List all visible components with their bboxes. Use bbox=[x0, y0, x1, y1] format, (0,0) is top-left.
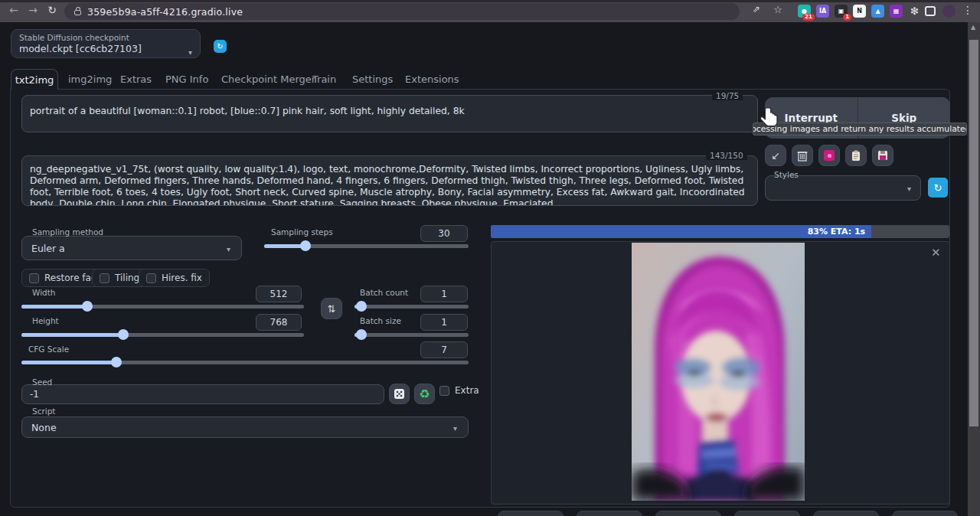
batch-size-label: Batch size bbox=[360, 316, 401, 325]
tab-checkpoint-merger[interactable]: Checkpoint Merger bbox=[221, 69, 315, 90]
back-icon[interactable]: ← bbox=[6, 4, 21, 16]
output-action-button[interactable] bbox=[813, 511, 879, 516]
extensions-puzzle-icon[interactable]: ❇ bbox=[908, 5, 921, 18]
share-icon[interactable]: ⇗ bbox=[749, 4, 764, 15]
browser-menu-icon[interactable]: ⋮ bbox=[960, 4, 975, 16]
height-label: Height bbox=[32, 316, 59, 325]
ext-image-icon[interactable]: ▲ bbox=[871, 5, 884, 18]
ext-onenote-icon[interactable]: ▦ bbox=[890, 5, 903, 18]
ext-pin-icon[interactable]: ● 21 bbox=[798, 5, 811, 18]
seed-extra-checkbox[interactable] bbox=[439, 386, 449, 396]
swap-width-height-button[interactable]: ⇅ bbox=[321, 298, 342, 319]
progress-bar: 83% ETA: 1s bbox=[491, 225, 949, 238]
tab-img2img[interactable]: img2img bbox=[68, 69, 112, 90]
output-action-button[interactable] bbox=[734, 511, 800, 516]
extra-networks-card-icon bbox=[824, 150, 835, 161]
chevron-down-icon: ▾ bbox=[907, 185, 911, 193]
script-value: None bbox=[22, 417, 468, 433]
trash-icon[interactable] bbox=[792, 145, 813, 166]
ext-pin-badge: 21 bbox=[802, 14, 815, 21]
sampling-steps-slider[interactable] bbox=[264, 244, 469, 248]
url-bar[interactable]: 359e5b9a-a5ff-4216.gradio.live bbox=[64, 3, 740, 20]
random-seed-dice-button[interactable] bbox=[389, 384, 410, 404]
hires-fix-checkbox[interactable] bbox=[146, 273, 156, 283]
chevron-down-icon: ▾ bbox=[227, 245, 230, 253]
batch-count-slider[interactable] bbox=[354, 305, 469, 309]
bookmark-star-icon[interactable]: ☆ bbox=[770, 4, 786, 15]
output-actions-row bbox=[498, 511, 958, 516]
seed-value: -1 bbox=[22, 385, 384, 400]
browser-toolbar: ← → ↻ 359e5b9a-a5ff-4216.gradio.live ⇗ ☆… bbox=[0, 0, 980, 22]
checkpoint-value: model.ckpt [cc6cb27103] bbox=[19, 43, 192, 54]
prompt-text: portrait of a beautiful [woman::0.1] rob… bbox=[22, 96, 757, 132]
output-action-button[interactable] bbox=[498, 511, 564, 516]
checkpoint-dropdown[interactable]: Stable Diffusion checkpoint model.ckpt [… bbox=[11, 29, 201, 58]
output-action-button[interactable] bbox=[577, 511, 642, 516]
styles-label: Styles bbox=[774, 170, 799, 179]
prompt-textarea[interactable]: portrait of a beautiful [woman::0.1] rob… bbox=[21, 95, 758, 132]
refresh-styles-button[interactable]: ↻ bbox=[928, 178, 948, 198]
scrollbar-thumb[interactable] bbox=[969, 40, 978, 426]
window-top-strip bbox=[0, 0, 980, 2]
hires-fix-option[interactable]: Hires. fix bbox=[139, 269, 210, 287]
ext-capture-icon[interactable]: ▣ 1 bbox=[835, 5, 848, 18]
height-slider[interactable] bbox=[21, 333, 304, 337]
negative-prompt-token-counter: 143/150 bbox=[706, 151, 747, 160]
sidebar-toggle-icon[interactable] bbox=[925, 6, 936, 16]
seed-extra-option[interactable]: Extra bbox=[439, 385, 479, 396]
mouse-cursor-hand bbox=[760, 106, 781, 132]
ext-ia-icon[interactable]: IA bbox=[816, 5, 829, 18]
tiling-label: Tiling bbox=[115, 273, 139, 283]
tab-txt2img[interactable]: txt2img bbox=[11, 69, 58, 90]
sampling-steps-input[interactable]: 30 bbox=[420, 225, 468, 242]
trash-glyph bbox=[797, 150, 808, 162]
batch-count-input[interactable]: 1 bbox=[420, 286, 468, 302]
negative-prompt-textarea[interactable]: ng_deepnegative_v1_75t, (worst quality, … bbox=[21, 155, 758, 206]
script-label: Script bbox=[32, 407, 55, 416]
forward-icon[interactable]: → bbox=[25, 4, 41, 16]
ext-notion-icon[interactable]: N bbox=[853, 5, 866, 18]
extra-networks-button[interactable] bbox=[818, 145, 840, 166]
chevron-down-icon: ▾ bbox=[188, 48, 192, 57]
restore-faces-checkbox[interactable] bbox=[29, 273, 39, 283]
chevron-down-icon: ▾ bbox=[453, 424, 457, 433]
tiling-checkbox[interactable] bbox=[100, 273, 109, 283]
seed-label: Seed bbox=[32, 377, 52, 387]
close-preview-icon[interactable]: ✕ bbox=[931, 246, 941, 260]
profile-avatar[interactable] bbox=[942, 5, 956, 18]
height-input[interactable]: 768 bbox=[256, 314, 302, 331]
checkpoint-label: Stable Diffusion checkpoint bbox=[19, 33, 192, 42]
progress-text: 83% ETA: 1s bbox=[808, 227, 865, 237]
reuse-seed-recycle-button[interactable]: ♻ bbox=[414, 384, 435, 404]
progress-fill: 83% ETA: 1s bbox=[491, 225, 871, 238]
cfg-scale-input[interactable]: 7 bbox=[420, 341, 468, 358]
seed-extra-label: Extra bbox=[455, 385, 479, 396]
url-text[interactable]: 359e5b9a-a5ff-4216.gradio.live bbox=[87, 6, 243, 18]
reload-icon[interactable]: ↻ bbox=[44, 4, 60, 16]
page-scrollbar[interactable]: ▲ bbox=[968, 22, 980, 516]
cfg-scale-slider[interactable] bbox=[21, 361, 469, 364]
tab-settings[interactable]: Settings bbox=[352, 69, 393, 90]
cfg-scale-label: CFG Scale bbox=[28, 345, 69, 354]
width-input[interactable]: 512 bbox=[256, 286, 302, 302]
batch-size-input[interactable]: 1 bbox=[420, 314, 468, 331]
width-slider[interactable] bbox=[21, 305, 304, 309]
tab-png-info[interactable]: PNG Info bbox=[165, 69, 208, 90]
width-label: Width bbox=[32, 288, 56, 297]
tab-extensions[interactable]: Extensions bbox=[405, 69, 459, 90]
refresh-checkpoint-button[interactable]: ↻ bbox=[214, 40, 227, 53]
apply-styles-button[interactable] bbox=[845, 145, 867, 166]
save-style-button[interactable] bbox=[872, 145, 893, 166]
batch-size-slider[interactable] bbox=[354, 333, 469, 337]
output-action-button[interactable] bbox=[655, 511, 721, 516]
seed-input[interactable]: -1 bbox=[21, 384, 384, 404]
paste-params-arrow-icon[interactable]: ↙ bbox=[765, 145, 786, 166]
tab-train[interactable]: Train bbox=[312, 69, 336, 90]
generated-image-preview[interactable] bbox=[632, 243, 805, 501]
sampling-method-dropdown[interactable]: Euler a ▾ bbox=[21, 236, 242, 260]
tab-extras[interactable]: Extras bbox=[120, 69, 152, 90]
scroll-up-arrow-icon[interactable]: ▲ bbox=[971, 24, 975, 31]
batch-count-label: Batch count bbox=[360, 288, 408, 297]
script-dropdown[interactable]: None ▾ bbox=[21, 416, 469, 438]
output-action-button[interactable] bbox=[892, 511, 958, 516]
